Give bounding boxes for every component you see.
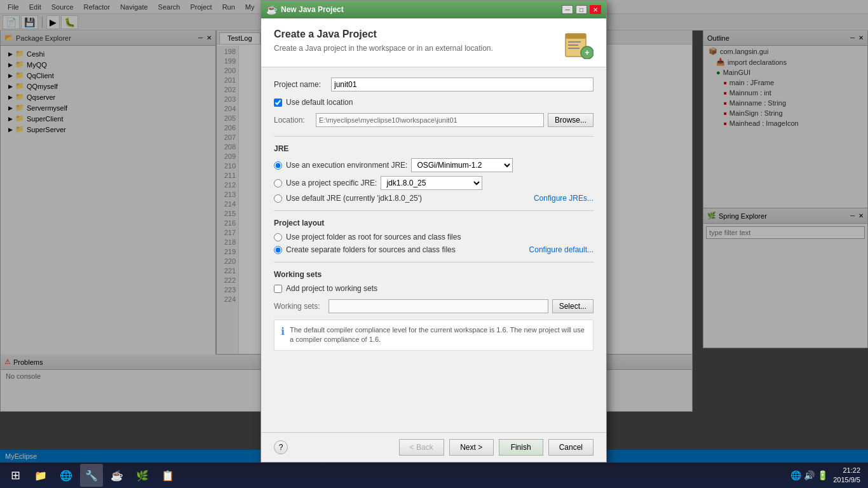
dialog-minimize-btn[interactable]: ─ [562,5,573,14]
jre-separator [274,136,593,137]
cancel-button[interactable]: Cancel [548,439,593,456]
layout-folder-label: Use project folder as root for sources a… [286,233,461,241]
footer-right: < Back Next > Finish Cancel [399,439,593,456]
start-button[interactable]: ⊞ [3,465,28,485]
add-working-sets-label: Add project to working sets [286,284,377,293]
dialog-restore-btn[interactable]: □ [576,5,587,14]
jre-section-title: JRE [274,144,593,153]
next-button[interactable]: Next > [449,439,494,456]
use-default-location-label: Use default location [286,98,353,107]
jre-default-radio[interactable] [274,194,282,203]
working-sets-title: Working sets [274,270,593,279]
jre-env-radio[interactable] [274,161,282,170]
taskbar-java[interactable]: ☕ [105,464,128,487]
taskbar-system-icons: 🌐 🔊 🔋 [785,470,833,480]
dialog-body: Project name: Use default location Locat… [261,67,606,432]
working-sets-label: Working sets: [274,302,325,311]
jre-specific-label: Use a project specific JRE: [286,179,377,187]
jre-default-label: Use default JRE (currently 'jdk1.8.0_25'… [286,194,422,203]
volume-icon: 🔊 [804,470,815,480]
info-icon: ℹ [281,325,285,337]
jre-specific-row: Use a project specific JRE: jdk1.8.0_25 [274,176,593,190]
svg-text:+: + [585,48,589,57]
dialog-header-area: Create a Java Project Create a Java proj… [261,18,606,67]
dialog-header-desc: Create a Java project in the workspace o… [274,44,493,53]
jre-env-row: Use an execution environment JRE: OSGi/M… [274,158,593,172]
working-sets-input-row: Working sets: Select... [274,299,593,313]
jre-default-row: Use default JRE (currently 'jdk1.8.0_25'… [274,194,593,203]
java-project-icon-svg: + [563,29,593,59]
svg-rect-3 [568,44,578,46]
project-layout-title: Project layout [274,219,593,227]
location-input[interactable] [316,113,544,127]
battery-icon: 🔋 [817,470,828,480]
default-location-row: Use default location [274,98,593,107]
project-name-row: Project name: [274,78,593,92]
project-name-label: Project name: [274,80,331,89]
jre-env-dropdown[interactable]: OSGi/Minimum-1.2 JavaSE-1.6 JavaSE-1.7 J… [411,158,513,172]
info-text: The default compiler compliance level fo… [290,325,587,345]
layout-separate-row: Create separate folders for sources and … [274,245,593,254]
working-sets-separator [274,262,593,262]
back-button[interactable]: < Back [399,439,444,456]
svg-rect-1 [566,34,586,39]
project-name-input[interactable] [331,78,593,92]
svg-rect-4 [568,48,580,49]
help-button[interactable]: ? [274,440,288,454]
dialog-header-text: Create a Java Project Create a Java proj… [274,29,493,53]
svg-rect-2 [568,41,581,43]
layout-separate-label: Create separate folders for sources and … [286,245,456,254]
taskbar-myeclipse[interactable]: 🔧 [80,464,103,487]
network-icon: 🌐 [790,470,801,480]
add-working-sets-row: Add project to working sets [274,284,593,293]
jre-specific-dropdown[interactable]: jdk1.8.0_25 [381,176,482,190]
working-sets-input[interactable] [329,299,548,313]
dialog-close-btn[interactable]: ✕ [590,5,601,14]
taskbar-clock[interactable]: 21:22 2015/9/5 [833,466,865,485]
jre-specific-radio[interactable] [274,179,282,187]
jre-env-label: Use an execution environment JRE: [286,161,407,170]
dialog-window-controls: ─ □ ✕ [562,5,601,14]
location-label: Location: [274,116,312,125]
taskbar-spring[interactable]: 🌿 [131,464,154,487]
dialog-titlebar: ☕ New Java Project ─ □ ✕ [261,1,606,18]
add-working-sets-checkbox[interactable] [274,285,282,293]
dialog-header-icon: + [563,29,593,59]
finish-button[interactable]: Finish [499,439,543,456]
dialog-title-text: New Java Project [281,5,344,14]
clock-time: 21:22 [833,466,860,475]
browse-button[interactable]: Browse... [548,113,593,127]
taskbar: ⊞ 📁 🌐 🔧 ☕ 🌿 📋 🌐 🔊 🔋 21:22 2015/9/5 [0,463,868,488]
taskbar-file-explorer[interactable]: 📁 [29,464,52,487]
layout-separator [274,210,593,211]
select-button[interactable]: Select... [552,299,593,313]
clock-date: 2015/9/5 [833,475,860,485]
configure-jres-link[interactable]: Configure JREs... [534,194,593,203]
dialog-header-title: Create a Java Project [274,29,493,40]
footer-left: ? [274,440,288,454]
dialog-footer: ? < Back Next > Finish Cancel [261,432,606,462]
dialog-titlebar-icon: ☕ [266,4,277,15]
location-row: Location: Browse... [274,113,593,127]
taskbar-browser[interactable]: 🌐 [55,464,78,487]
configure-default-link[interactable]: Configure default... [529,245,593,254]
layout-folder-row: Use project folder as root for sources a… [274,233,593,241]
info-box: ℹ The default compiler compliance level … [274,320,593,351]
taskbar-svn[interactable]: 📋 [156,464,179,487]
layout-separate-radio[interactable] [274,246,282,254]
new-java-project-dialog: ☕ New Java Project ─ □ ✕ Create a Java P… [261,0,607,463]
layout-folder-radio[interactable] [274,233,282,241]
use-default-location-checkbox[interactable] [274,98,282,107]
